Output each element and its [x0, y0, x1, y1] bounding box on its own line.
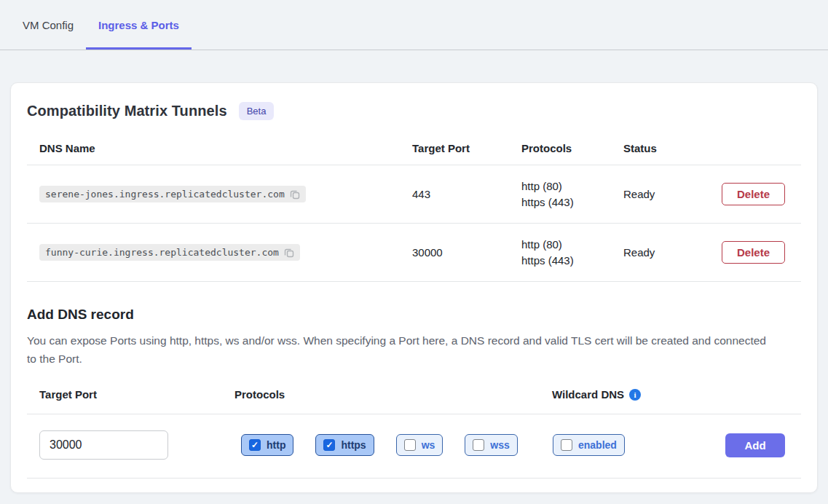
wildcard-chip-label: enabled — [578, 439, 617, 451]
label-wildcard-dns: Wildcard DNS i — [540, 388, 714, 401]
target-port-input[interactable] — [39, 430, 168, 460]
status-cell: Ready — [611, 188, 713, 200]
checkbox-checked-icon: ✓ — [323, 439, 335, 451]
protocol-checkbox-ws[interactable]: ws — [396, 434, 443, 456]
protocol-chip-label: http — [267, 439, 285, 451]
table-row: funny-curie.ingress.replicatedcluster.co… — [27, 224, 801, 282]
delete-button[interactable]: Delete — [722, 241, 785, 264]
dns-name-pill: funny-curie.ingress.replicatedcluster.co… — [39, 244, 300, 261]
protocol-chip-label: wss — [490, 439, 509, 451]
status-cell: Ready — [611, 246, 713, 259]
tab-vm-config[interactable]: VM Config — [10, 0, 86, 50]
wildcard-dns-label-text: Wildcard DNS — [552, 388, 624, 401]
checkbox-unchecked-icon — [404, 439, 416, 451]
table-header-row: DNS Name Target Port Protocols Status — [27, 132, 801, 165]
header-status: Status — [611, 142, 713, 154]
add-dns-heading: Add DNS record — [27, 307, 801, 323]
copy-icon[interactable] — [290, 189, 300, 200]
label-target-port: Target Port — [27, 388, 222, 401]
protocol-checkbox-https[interactable]: ✓ https — [315, 434, 374, 456]
label-protocols: Protocols — [222, 388, 540, 401]
dns-name-cell: funny-curie.ingress.replicatedcluster.co… — [27, 244, 400, 261]
add-button[interactable]: Add — [725, 433, 785, 457]
actions-cell: Delete — [722, 183, 785, 205]
target-port-cell: 443 — [400, 188, 509, 200]
beta-badge: Beta — [239, 102, 275, 120]
add-dns-description: You can expose Ports using http, https, … — [27, 331, 766, 368]
protocol-checkbox-wss[interactable]: wss — [465, 434, 517, 456]
target-port-field-cell — [27, 430, 222, 460]
checkbox-unchecked-icon — [473, 439, 484, 451]
protocol-line: https (443) — [521, 254, 611, 267]
wildcard-dns-cell: enabled — [540, 434, 714, 456]
table-row: serene-jones.ingress.replicatedcluster.c… — [27, 165, 801, 224]
header-target-port: Target Port — [400, 142, 509, 154]
protocol-line: http (80) — [521, 238, 611, 251]
dns-name-cell: serene-jones.ingress.replicatedcluster.c… — [27, 186, 400, 202]
card-title-row: Compatibility Matrix Tunnels Beta — [27, 102, 801, 120]
delete-button[interactable]: Delete — [722, 183, 785, 205]
card-title: Compatibility Matrix Tunnels — [27, 103, 227, 119]
dns-name-text: funny-curie.ingress.replicatedcluster.co… — [45, 247, 279, 258]
tunnels-card: Compatibility Matrix Tunnels Beta DNS Na… — [10, 82, 818, 493]
checkbox-checked-icon: ✓ — [249, 439, 261, 451]
protocol-chip-label: ws — [422, 439, 435, 451]
protocol-checkbox-http[interactable]: ✓ http — [241, 434, 293, 456]
wildcard-enabled-checkbox[interactable]: enabled — [553, 434, 625, 456]
protocol-line: https (443) — [521, 196, 611, 209]
copy-icon[interactable] — [284, 248, 294, 258]
tunnels-table: DNS Name Target Port Protocols Status se… — [27, 132, 801, 282]
form-labels-row: Target Port Protocols Wildcard DNS i — [27, 388, 801, 414]
protocol-chips: ✓ http ✓ https ws wss — [222, 434, 540, 456]
info-icon[interactable]: i — [629, 389, 641, 401]
tab-ingress-ports[interactable]: Ingress & Ports — [86, 0, 192, 50]
add-dns-form-row: ✓ http ✓ https ws wss enabled Add — [27, 414, 801, 479]
header-protocols: Protocols — [509, 142, 611, 154]
actions-cell: Delete — [722, 241, 785, 264]
protocols-cell: http (80) https (443) — [509, 238, 611, 267]
checkbox-unchecked-icon — [561, 439, 572, 451]
protocol-chip-label: https — [341, 439, 366, 451]
protocol-line: http (80) — [521, 180, 611, 193]
protocols-cell: http (80) https (443) — [509, 180, 611, 209]
dns-name-pill: serene-jones.ingress.replicatedcluster.c… — [39, 186, 306, 202]
target-port-cell: 30000 — [400, 246, 509, 259]
tab-bar: VM Config Ingress & Ports — [0, 0, 828, 50]
header-dns-name: DNS Name — [27, 142, 400, 154]
dns-name-text: serene-jones.ingress.replicatedcluster.c… — [45, 189, 285, 200]
